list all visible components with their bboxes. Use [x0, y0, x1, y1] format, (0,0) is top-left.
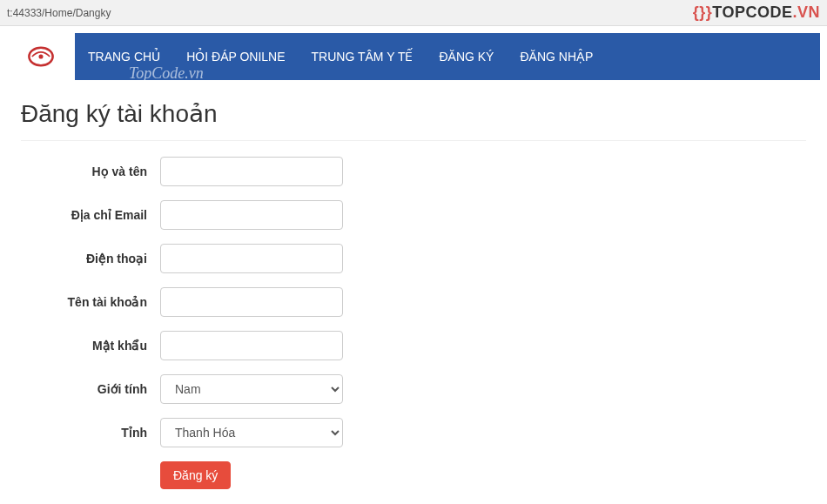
- province-select[interactable]: Thanh Hóa: [160, 418, 343, 447]
- username-label: Tên tài khoản: [21, 295, 160, 309]
- password-label: Mật khẩu: [21, 339, 160, 353]
- gender-label: Giới tính: [21, 382, 160, 396]
- nav-menu: TRANG CHỦ HỎI ĐÁP ONILNE TRUNG TÂM Y TẾ …: [75, 35, 606, 78]
- watermark-brand: TOPCODE: [712, 3, 792, 21]
- brand-logo-icon: [26, 44, 56, 69]
- email-input[interactable]: [160, 200, 343, 230]
- password-input[interactable]: [160, 331, 343, 360]
- watermark-brace-icon: {}}: [693, 3, 713, 21]
- form-group-gender: Giới tính Nam: [21, 374, 806, 404]
- form-group-phone: Điện thoại: [21, 244, 806, 273]
- form-group-fullname: Họ và tên: [21, 157, 806, 186]
- main-container: Đăng ký tài khoản Họ và tên Địa chỉ Emai…: [0, 80, 827, 504]
- phone-label: Điện thoại: [21, 252, 160, 265]
- nav-item-register[interactable]: ĐĂNG KÝ: [426, 35, 507, 78]
- form-group-email: Địa chỉ Email: [21, 200, 806, 230]
- form-group-password: Mật khẩu: [21, 331, 806, 360]
- gender-select[interactable]: Nam: [160, 374, 343, 404]
- url-text: t:44333/Home/Dangky: [7, 7, 111, 19]
- province-label: Tỉnh: [21, 426, 160, 440]
- submit-spacer: [21, 461, 160, 489]
- title-divider: [21, 140, 806, 141]
- browser-address-bar: t:44333/Home/Dangky {}}TOPCODE.VN: [0, 0, 827, 26]
- submit-row: Đăng ký: [21, 461, 806, 489]
- phone-input[interactable]: [160, 244, 343, 273]
- email-label: Địa chỉ Email: [21, 208, 160, 222]
- navbar-logo[interactable]: [7, 33, 75, 80]
- watermark-vn: .VN: [792, 3, 820, 21]
- form-group-province: Tỉnh Thanh Hóa: [21, 418, 806, 447]
- form-group-username: Tên tài khoản: [21, 287, 806, 317]
- topcode-watermark: {}}TOPCODE.VN: [693, 3, 820, 22]
- fullname-input[interactable]: [160, 157, 343, 186]
- register-form: Họ và tên Địa chỉ Email Điện thoại Tên t…: [21, 157, 806, 489]
- nav-item-medical[interactable]: TRUNG TÂM Y TẾ: [299, 35, 427, 78]
- submit-button[interactable]: Đăng ký: [160, 461, 231, 489]
- nav-item-home[interactable]: TRANG CHỦ: [75, 35, 173, 78]
- svg-point-1: [38, 54, 43, 58]
- page-title: Đăng ký tài khoản: [21, 99, 806, 128]
- username-input[interactable]: [160, 287, 343, 317]
- nav-item-login[interactable]: ĐĂNG NHẬP: [507, 35, 606, 78]
- fullname-label: Họ và tên: [21, 165, 160, 178]
- main-navbar: TRANG CHỦ HỎI ĐÁP ONILNE TRUNG TÂM Y TẾ …: [7, 33, 820, 80]
- nav-item-qa[interactable]: HỎI ĐÁP ONILNE: [173, 35, 298, 78]
